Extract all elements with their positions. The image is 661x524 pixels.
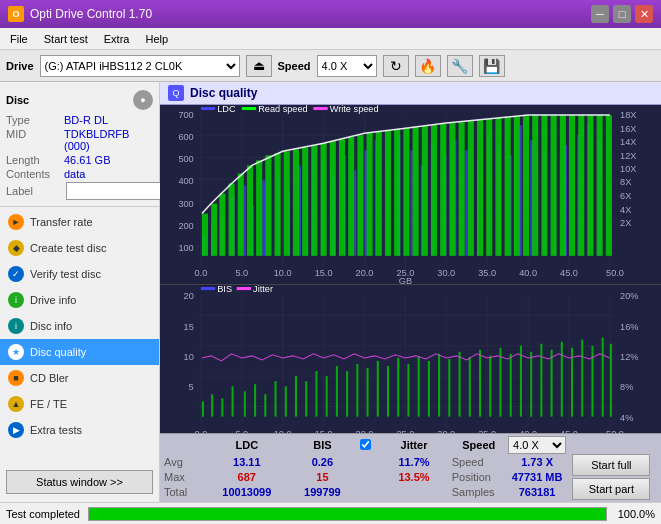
svg-text:10.0: 10.0: [274, 268, 292, 278]
minimize-button[interactable]: ─: [591, 5, 609, 23]
progress-status: Test completed: [6, 508, 80, 520]
svg-rect-83: [202, 214, 208, 256]
svg-rect-95: [311, 145, 317, 256]
svg-text:20: 20: [184, 291, 194, 301]
svg-rect-209: [591, 346, 593, 417]
drive-select[interactable]: (G:) ATAPI iHBS112 2 CL0K: [40, 55, 240, 77]
length-value: 46.61 GB: [64, 154, 110, 166]
svg-rect-50: [244, 185, 246, 255]
svg-text:12%: 12%: [620, 352, 638, 362]
svg-text:BIS: BIS: [217, 285, 232, 294]
drive-info-label: Drive info: [30, 294, 76, 306]
svg-rect-134: [160, 285, 661, 433]
svg-text:Read speed: Read speed: [258, 105, 308, 114]
burn-button[interactable]: 🔥: [415, 55, 441, 77]
svg-text:6X: 6X: [620, 191, 631, 201]
svg-text:4%: 4%: [620, 413, 633, 423]
menu-start-test[interactable]: Start test: [38, 31, 94, 47]
sidebar-item-drive-info[interactable]: i Drive info: [0, 287, 159, 313]
sidebar-item-disc-info[interactable]: i Disc info: [0, 313, 159, 339]
svg-text:35.0: 35.0: [478, 268, 496, 278]
svg-rect-192: [418, 356, 420, 417]
svg-text:50.0: 50.0: [606, 429, 624, 433]
svg-rect-128: [201, 107, 215, 110]
transfer-rate-label: Transfer rate: [30, 216, 93, 228]
svg-rect-174: [232, 386, 234, 416]
svg-rect-116: [505, 117, 511, 256]
svg-text:45.0: 45.0: [560, 268, 578, 278]
save-button[interactable]: 💾: [479, 55, 505, 77]
svg-rect-110: [449, 123, 455, 256]
svg-rect-103: [385, 130, 391, 256]
eject-button[interactable]: ⏏: [246, 55, 272, 77]
menu-help[interactable]: Help: [139, 31, 174, 47]
speed-quality-select[interactable]: 4.0 X: [508, 436, 566, 454]
maximize-button[interactable]: □: [613, 5, 631, 23]
svg-rect-203: [530, 352, 532, 417]
sidebar-item-create-test-disc[interactable]: ◆ Create test disc: [0, 235, 159, 261]
mid-value: TDKBLDRFB (000): [64, 128, 153, 152]
sidebar-item-transfer-rate[interactable]: ► Transfer rate: [0, 209, 159, 235]
svg-rect-94: [302, 147, 308, 256]
svg-text:15: 15: [184, 322, 194, 332]
svg-rect-120: [541, 115, 547, 256]
contents-value[interactable]: data: [64, 168, 85, 180]
svg-rect-60: [354, 170, 356, 255]
svg-rect-195: [448, 359, 450, 417]
start-part-button[interactable]: Start part: [572, 478, 650, 500]
svg-text:20.0: 20.0: [356, 429, 374, 433]
svg-text:LDC: LDC: [217, 105, 236, 114]
status-window-button[interactable]: Status window >>: [6, 470, 153, 494]
svg-rect-126: [597, 115, 603, 256]
sidebar-item-disc-quality[interactable]: ★ Disc quality: [0, 339, 159, 365]
svg-rect-208: [581, 340, 583, 417]
svg-rect-121: [551, 115, 557, 256]
max-bis: 15: [285, 469, 361, 484]
avg-ldc: 13.11: [209, 454, 285, 469]
avg-jitter: 11.7%: [376, 454, 452, 469]
drive-info-icon: i: [8, 292, 24, 308]
refresh-button[interactable]: ↻: [383, 55, 409, 77]
svg-rect-88: [247, 165, 253, 256]
main-content: Disc ● Type BD-R DL MID TDKBLDRFB (000) …: [0, 82, 661, 502]
sidebar-item-cd-bler[interactable]: ■ CD Bler: [0, 365, 159, 391]
svg-text:10X: 10X: [620, 164, 636, 174]
charts-area: 700 600 500 400 300 200 100 18X 16X 14X …: [160, 105, 661, 433]
extra-tests-label: Extra tests: [30, 424, 82, 436]
menu-extra[interactable]: Extra: [98, 31, 136, 47]
svg-rect-52: [262, 180, 265, 255]
tools-button[interactable]: 🔧: [447, 55, 473, 77]
chart-bottom: 20 15 10 5 20% 16% 12% 8% 4% 0.0 5.0 10.…: [160, 285, 661, 433]
speed-select[interactable]: 4.0 X: [317, 55, 377, 77]
sidebar-item-verify-test-disc[interactable]: ✓ Verify test disc: [0, 261, 159, 287]
close-button[interactable]: ✕: [635, 5, 653, 23]
speed-value: 1.73 X: [506, 454, 569, 469]
bis-header: BIS: [285, 436, 361, 454]
svg-rect-197: [469, 357, 471, 417]
svg-text:8%: 8%: [620, 382, 633, 392]
label-input[interactable]: [66, 182, 166, 200]
sidebar-item-fe-te[interactable]: ▲ FE / TE: [0, 391, 159, 417]
disc-quality-title: Disc quality: [190, 86, 257, 100]
svg-text:4X: 4X: [620, 205, 631, 215]
total-bis: 199799: [285, 485, 361, 500]
svg-rect-194: [438, 354, 440, 417]
svg-rect-114: [486, 119, 492, 256]
sidebar-item-extra-tests[interactable]: ▶ Extra tests: [0, 417, 159, 443]
svg-rect-181: [305, 381, 307, 416]
svg-rect-89: [256, 160, 262, 256]
jitter-checkbox[interactable]: [360, 439, 371, 450]
svg-rect-85: [219, 193, 225, 255]
svg-text:500: 500: [178, 154, 193, 164]
label-label: Label: [6, 185, 64, 197]
svg-rect-186: [356, 364, 358, 417]
svg-text:15.0: 15.0: [315, 429, 333, 433]
start-full-button[interactable]: Start full: [572, 454, 650, 476]
menu-file[interactable]: File: [4, 31, 34, 47]
svg-rect-188: [377, 361, 379, 417]
drive-label: Drive: [6, 60, 34, 72]
svg-text:45.0: 45.0: [560, 429, 578, 433]
stats-area: LDC BIS Jitter Speed 4.0 X Avg 13.1: [160, 433, 661, 502]
svg-text:30.0: 30.0: [437, 268, 455, 278]
svg-rect-198: [479, 350, 481, 417]
